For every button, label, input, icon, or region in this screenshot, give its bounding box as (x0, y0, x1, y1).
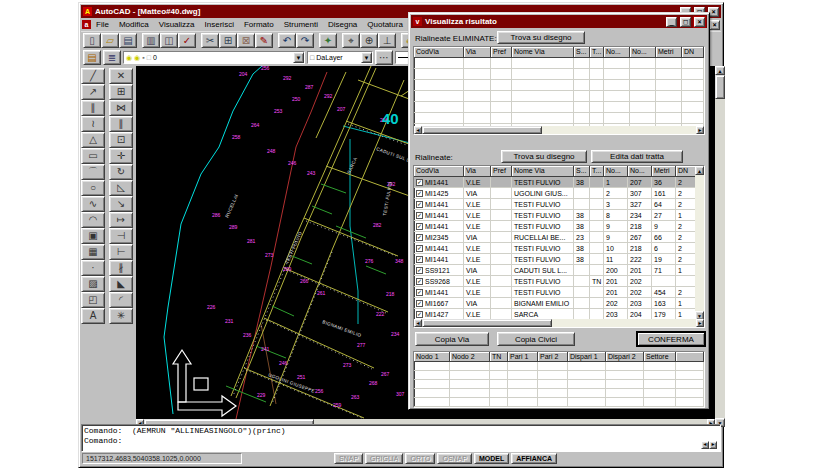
print-button[interactable]: ▥ (142, 33, 160, 48)
chevron-down-icon[interactable]: ▼ (361, 52, 372, 63)
scroll-right-icon[interactable]: ► (696, 319, 704, 327)
street-row-MI1441[interactable]: ✓MI1441V.LETESTI FULVIO2012024542 (414, 287, 704, 298)
print-preview-button[interactable]: ◫ (160, 33, 178, 48)
undo-button[interactable]: ↶ (278, 33, 296, 48)
row-checkbox[interactable]: ✓ (416, 278, 423, 285)
street-row-MI1425[interactable]: ✓MI1425VIAUGOLINI GIUS...23071612 (414, 188, 704, 199)
street-row-MI1441[interactable]: ✓MI1441V.LETESTI FULVIO3327642 (414, 199, 704, 210)
region-button[interactable]: ◰ (81, 292, 105, 308)
status-toggle-orto[interactable]: ORTO (405, 453, 435, 464)
open-file-button[interactable]: ▱ (101, 33, 119, 48)
color-combo[interactable]: □ DaLayer ▼ (307, 51, 373, 64)
table-row[interactable] (414, 380, 704, 389)
column-header[interactable]: No... (604, 47, 630, 58)
scrollbar-thumb[interactable] (422, 319, 552, 327)
scroll-left-icon[interactable]: ◄ (701, 441, 709, 449)
column-header[interactable]: No... (630, 47, 656, 58)
stretch-button[interactable]: ↘ (109, 196, 133, 212)
column-header[interactable]: Settore (644, 352, 676, 362)
street-row-SS9121[interactable]: ✓SS9121VIACADUTI SUL L...200201711 (414, 265, 704, 276)
column-header[interactable]: No... (604, 166, 628, 177)
spline-button[interactable]: ∿ (81, 196, 105, 212)
menu-quotatura[interactable]: Quotatura (362, 19, 408, 30)
chevron-down-icon[interactable]: ▼ (293, 52, 304, 63)
realigned-table[interactable]: CodViaViaPrefNome ViaS...T...No...No...M… (413, 165, 705, 328)
column-header[interactable]: T... (590, 47, 604, 58)
table-row[interactable] (414, 371, 704, 380)
child-close-button[interactable]: × (709, 20, 720, 30)
table-hscrollbar[interactable]: ◄ ► (414, 126, 704, 134)
row-checkbox[interactable]: ✓ (416, 212, 423, 219)
menu-disegna[interactable]: Disegna (323, 19, 362, 30)
column-header[interactable]: Via (464, 47, 491, 58)
lengthen-button[interactable]: ↦ (109, 212, 133, 228)
table-hscrollbar[interactable]: ◄ ► (414, 319, 704, 327)
trim-button[interactable]: ⊣ (109, 228, 133, 244)
column-header[interactable]: DN (682, 47, 704, 58)
launch-browser-button[interactable]: ✦ (319, 33, 337, 48)
column-header[interactable]: Dispari 1 (568, 352, 606, 362)
scrollbar-thumb[interactable] (715, 75, 725, 99)
street-row-MI1441[interactable]: ✓MI1441V.LETESTI FULVIO381021862 (414, 243, 704, 254)
table-row[interactable] (414, 80, 704, 91)
mirror-button[interactable]: ⋈ (109, 100, 133, 116)
find-on-drawing-button-2[interactable]: Trova su disegno (501, 150, 587, 163)
construction-line-button[interactable]: ↗ (81, 84, 105, 100)
row-checkbox[interactable]: ✓ (416, 300, 423, 307)
copy-button[interactable]: ⊞ (219, 33, 237, 48)
table-row[interactable] (414, 58, 704, 69)
column-header[interactable]: CodVia (414, 166, 464, 177)
street-row-MI1441[interactable]: ✓MI1441V.LETESTI FULVIO38921892 (414, 221, 704, 232)
paste-button[interactable]: ⊠ (237, 33, 255, 48)
street-row-MI1441[interactable]: ✓MI1441V.LETESTI FULVIO381207362 (414, 177, 704, 188)
match-properties-button[interactable]: ✎ (255, 33, 273, 48)
column-header[interactable]: CodVia (414, 47, 464, 58)
point-button[interactable]: · (81, 260, 105, 276)
column-header[interactable]: Nodo 1 (414, 352, 450, 362)
nodes-table[interactable]: Nodo 1Nodo 2TNPari 1Pari 2Dispari 1Dispa… (413, 351, 705, 408)
row-checkbox[interactable]: ✓ (416, 311, 423, 318)
insert-block-button[interactable]: ▣ (81, 228, 105, 244)
scroll-left-icon[interactable]: ◄ (414, 319, 422, 327)
save-file-button[interactable]: ▤ (119, 33, 137, 48)
menu-formato[interactable]: Formato (239, 19, 279, 30)
scroll-left-icon[interactable]: ◄ (414, 126, 422, 134)
cut-button[interactable]: ✂ (201, 33, 219, 48)
new-file-button[interactable]: ▯ (83, 33, 101, 48)
tracking-button[interactable]: ⌖ (342, 33, 360, 48)
table-row[interactable] (414, 362, 704, 371)
column-header[interactable]: Dispari 2 (606, 352, 644, 362)
dialog-minimize-button[interactable]: _ (666, 17, 677, 27)
column-header[interactable]: S... (574, 47, 590, 58)
spelling-button[interactable]: ✓ (178, 33, 196, 48)
vertical-scrollbar[interactable]: ▲ ▼ (715, 66, 725, 427)
hatch-button[interactable]: ▨ (81, 276, 105, 292)
column-header[interactable]: Pari 1 (508, 352, 538, 362)
street-row-MI1667[interactable]: ✓MI1667VIABIGNAMI EMILIO2022031631 (414, 298, 704, 309)
copy-object-button[interactable]: ⊞ (109, 84, 133, 100)
conferma-button[interactable]: CONFERMA (637, 332, 705, 346)
scroll-up-icon[interactable]: ▲ (695, 166, 704, 175)
polygon-button[interactable]: △ (81, 132, 105, 148)
explode-button[interactable]: ✳ (109, 308, 133, 324)
table-vscrollbar[interactable]: ▲ ▼ (695, 166, 704, 320)
column-header[interactable] (676, 352, 704, 362)
move-button[interactable]: ✛ (109, 148, 133, 164)
status-toggle-griglia[interactable]: GRIGLIA (365, 453, 403, 464)
edit-section-data-button[interactable]: Edita dati tratta (591, 150, 683, 163)
rectangle-button[interactable]: ▭ (81, 148, 105, 164)
row-checkbox[interactable]: ✓ (416, 223, 423, 230)
polyline-button[interactable]: ≀ (81, 116, 105, 132)
chamfer-button[interactable]: ◣ (109, 276, 133, 292)
column-header[interactable]: Metri (656, 47, 682, 58)
ellipse-button[interactable]: ◠ (81, 212, 105, 228)
rotate-button[interactable]: ↻ (109, 164, 133, 180)
table-row[interactable] (414, 91, 704, 102)
menu-inserisci[interactable]: Inserisci (200, 19, 239, 30)
row-checkbox[interactable]: ✓ (416, 267, 423, 274)
line-button[interactable]: ╱ (81, 68, 105, 84)
array-button[interactable]: ⊡ (109, 132, 133, 148)
column-header[interactable]: No... (628, 166, 652, 177)
eliminated-table[interactable]: CodViaViaPrefNome ViaS...T...No...No...M… (413, 46, 705, 135)
menu-visualizza[interactable]: Visualizza (154, 19, 200, 30)
